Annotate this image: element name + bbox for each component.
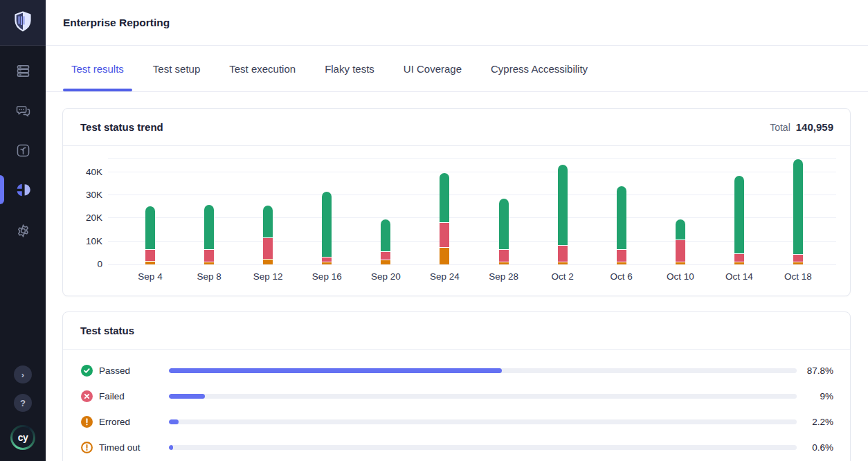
x-axis-tick-label: Sep 4	[138, 271, 162, 282]
status-percent: 9%	[797, 391, 833, 401]
bar-segment-passed	[204, 205, 214, 249]
bar-segment-passed	[440, 173, 449, 222]
total-label: Total	[770, 122, 790, 133]
bar-segment-errored	[793, 262, 803, 264]
help-button[interactable]: ?	[14, 394, 32, 412]
stacked-bar-sep-4[interactable]	[145, 206, 155, 264]
chart-gridline	[108, 241, 836, 242]
status-label: Errored	[99, 417, 169, 427]
x-axis-tick-label: Oct 2	[551, 271, 573, 282]
bar-segment-failed	[558, 246, 568, 262]
chart-gridline	[108, 195, 836, 195]
bar-segment-passed	[617, 186, 626, 249]
tab-bar: Test resultsTest setupTest executionFlak…	[46, 46, 868, 92]
stacked-bar-chart: 010K20K30K40KSep 4Sep 8Sep 12Sep 16Sep 2…	[108, 158, 836, 264]
app-logo[interactable]	[0, 0, 46, 46]
bar-segment-failed	[676, 240, 685, 262]
x-axis-tick-label: Sep 12	[253, 271, 283, 282]
status-progress-fill	[169, 419, 179, 424]
sidebar-item-server[interactable]	[0, 54, 46, 87]
tab-flaky-tests[interactable]: Flaky tests	[316, 46, 383, 91]
bar-segment-passed	[499, 199, 509, 248]
status-percent: 87.8%	[797, 365, 833, 376]
bar-segment-failed	[145, 250, 155, 261]
stacked-bar-oct-6[interactable]	[617, 186, 626, 264]
branch-square-icon	[15, 143, 31, 159]
y-axis-tick-label: 40K	[68, 166, 102, 179]
bar-segment-errored	[617, 262, 626, 264]
shield-logo-icon	[10, 9, 35, 37]
chat-bubbles-icon	[15, 103, 31, 119]
x-axis-tick-label: Oct 10	[667, 271, 694, 282]
bar-segment-failed	[793, 255, 803, 262]
bar-segment-failed	[734, 254, 744, 262]
bar-segment-failed	[263, 238, 273, 259]
bar-segment-failed	[440, 223, 449, 247]
stacked-bar-sep-20[interactable]	[381, 219, 390, 264]
bar-segment-errored	[322, 262, 332, 264]
main-area: Enterprise Reporting Test resultsTest se…	[46, 0, 868, 461]
bar-segment-errored	[734, 262, 744, 264]
total-summary: Total 140,959	[770, 121, 833, 133]
page-title: Enterprise Reporting	[63, 17, 170, 29]
tab-test-results[interactable]: Test results	[63, 46, 132, 91]
bar-segment-failed	[204, 250, 214, 262]
bar-segment-passed	[676, 219, 685, 239]
status-row-passed: Passed87.8%	[63, 358, 850, 383]
stacked-bar-sep-24[interactable]	[440, 173, 449, 264]
status-row-errored: Errored2.2%	[63, 409, 850, 435]
sidebar-item-branch[interactable]	[0, 134, 46, 167]
bar-segment-errored	[558, 262, 568, 264]
server-stack-icon	[15, 63, 31, 79]
trend-card-header: Test status trend Total 140,959	[63, 109, 850, 146]
tab-ui-coverage[interactable]: UI Coverage	[395, 46, 470, 91]
stacked-bar-sep-16[interactable]	[322, 192, 332, 264]
total-value: 140,959	[796, 121, 833, 133]
pie-chart-icon	[15, 182, 31, 198]
stacked-bar-sep-8[interactable]	[204, 205, 214, 264]
stacked-bar-oct-18[interactable]	[793, 159, 803, 264]
expand-sidebar-button[interactable]: ›	[14, 365, 32, 383]
status-percent: 2.2%	[797, 417, 833, 427]
bar-segment-passed	[145, 206, 155, 249]
status-progress-track	[169, 394, 797, 399]
x-axis-tick-label: Sep 28	[489, 271, 518, 282]
y-axis-tick-label: 20K	[68, 212, 102, 224]
sidebar-item-chat[interactable]	[0, 94, 46, 127]
stacked-bar-oct-14[interactable]	[734, 176, 744, 264]
bar-segment-failed	[381, 252, 390, 260]
check-circle-icon	[81, 365, 93, 377]
bar-segment-passed	[322, 192, 332, 256]
stacked-bar-oct-2[interactable]	[558, 165, 568, 264]
status-label: Passed	[99, 365, 169, 376]
status-percent: 0.6%	[797, 442, 833, 453]
bar-segment-passed	[263, 206, 273, 238]
bar-segment-errored	[204, 262, 214, 264]
stacked-bar-sep-28[interactable]	[499, 199, 509, 264]
status-label: Failed	[99, 391, 169, 401]
status-progress-track	[169, 368, 797, 373]
tab-cypress-accessibility[interactable]: Cypress Accessibility	[482, 46, 596, 91]
tab-test-setup[interactable]: Test setup	[145, 46, 208, 91]
tab-test-execution[interactable]: Test execution	[221, 46, 304, 91]
status-progress-fill	[169, 368, 502, 373]
trend-card-title: Test status trend	[80, 121, 163, 133]
bar-segment-passed	[734, 176, 744, 253]
status-rows: Passed87.8% Failed9% Errored2.2% Timed o…	[63, 350, 850, 460]
sidebar-item-analytics[interactable]	[0, 173, 46, 206]
y-axis-tick-label: 0	[68, 258, 102, 271]
stacked-bar-oct-10[interactable]	[676, 219, 685, 264]
status-label: Timed out	[99, 442, 169, 453]
chevron-right-icon: ›	[21, 370, 24, 380]
bar-segment-errored	[381, 260, 390, 264]
sidebar-item-settings[interactable]	[0, 214, 46, 247]
status-progress-fill	[169, 445, 173, 450]
y-axis-tick-label: 10K	[68, 235, 102, 248]
cypress-logo[interactable]: cy	[10, 425, 35, 450]
x-axis-tick-label: Sep 24	[430, 271, 460, 282]
status-progress-fill	[169, 394, 205, 399]
chart-top-gridline	[108, 158, 836, 159]
bar-segment-failed	[322, 257, 332, 262]
stacked-bar-sep-12[interactable]	[263, 206, 273, 264]
x-axis-tick-label: Sep 20	[371, 271, 401, 282]
